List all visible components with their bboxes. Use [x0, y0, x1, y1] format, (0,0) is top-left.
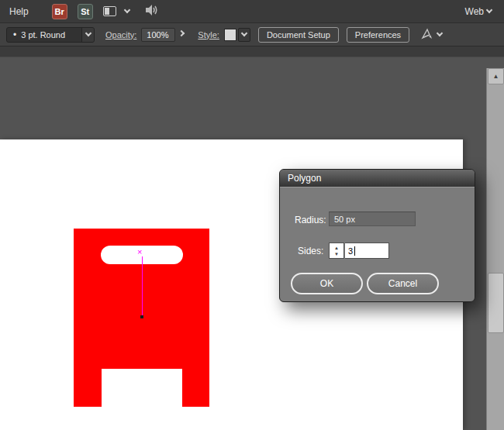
sides-input[interactable]: 3 — [345, 243, 389, 259]
workspace-selector-label[interactable]: Web — [465, 6, 484, 17]
stepper-up-icon[interactable]: ▲ — [334, 245, 339, 251]
stroke-style-text: 3 pt. Round — [21, 30, 65, 40]
chevron-down-icon[interactable] — [123, 7, 129, 13]
scroll-up-button[interactable]: ▲ — [488, 68, 504, 84]
chevron-down-icon[interactable] — [437, 30, 443, 36]
panel-fill — [105, 8, 109, 15]
canvas-top-band — [0, 46, 504, 57]
brushes-panel-button[interactable]: Br — [52, 4, 67, 19]
illustrator-window: Help Br St Web •3 pt. Round Opacity: 100… — [0, 0, 504, 430]
symbol-tool-icon[interactable] — [420, 28, 434, 42]
control-toolbar: •3 pt. Round Opacity: 100% Style: Docume… — [0, 23, 504, 46]
panels-layout-icon[interactable] — [103, 6, 116, 16]
sides-label: Sides: — [298, 246, 323, 256]
preferences-button[interactable]: Preferences — [347, 27, 409, 43]
vertical-scrollbar[interactable]: ▲ — [486, 68, 504, 430]
white-bottom-notch-shape[interactable] — [102, 369, 182, 407]
speaker-icon[interactable] — [145, 5, 159, 18]
radius-input[interactable]: 50 px — [329, 212, 416, 226]
document-setup-button[interactable]: Document Setup — [258, 27, 339, 43]
style-dropdown-button[interactable] — [238, 28, 250, 42]
style-label[interactable]: Style: — [198, 30, 219, 40]
stroke-style-dropdown-button[interactable] — [81, 28, 94, 42]
radius-label: Radius: — [295, 215, 326, 225]
sides-value: 3 — [348, 246, 353, 256]
opacity-label[interactable]: Opacity: — [105, 30, 136, 40]
stepper-down-icon[interactable]: ▼ — [334, 251, 339, 257]
polygon-dialog: Polygon Radius: 50 px Sides: ▲ ▼ 3 OK Ca… — [279, 169, 475, 302]
path-anchor-cross-icon: × — [137, 248, 142, 256]
dialog-titlebar[interactable]: Polygon — [280, 170, 475, 187]
dialog-title: Polygon — [288, 173, 321, 184]
path-end-anchor[interactable] — [140, 315, 143, 318]
opacity-input[interactable]: 100% — [141, 28, 175, 42]
scrollbar-thumb[interactable] — [488, 273, 504, 333]
text-cursor — [354, 246, 355, 256]
chevron-down-icon — [85, 30, 91, 36]
menu-help[interactable]: Help — [9, 6, 29, 17]
ok-button[interactable]: OK — [291, 273, 363, 294]
opacity-expand-button[interactable] — [176, 28, 187, 42]
cancel-button[interactable]: Cancel — [367, 273, 439, 294]
sides-stepper[interactable]: ▲ ▼ — [329, 243, 344, 259]
dialog-body: Radius: 50 px Sides: ▲ ▼ 3 OK Cancel — [280, 187, 475, 302]
styles-panel-button[interactable]: St — [78, 4, 93, 19]
menu-bar: Help Br St Web — [0, 0, 504, 23]
pen-path-segment[interactable] — [142, 256, 143, 317]
stroke-style-value: •3 pt. Round — [7, 28, 81, 42]
chevron-down-icon[interactable] — [486, 7, 492, 13]
stroke-style-select[interactable]: •3 pt. Round — [6, 27, 95, 43]
style-swatch[interactable] — [224, 29, 236, 41]
stroke-preview-icon: • — [13, 29, 16, 40]
chevron-right-icon — [178, 30, 185, 36]
chevron-down-icon — [241, 30, 247, 36]
